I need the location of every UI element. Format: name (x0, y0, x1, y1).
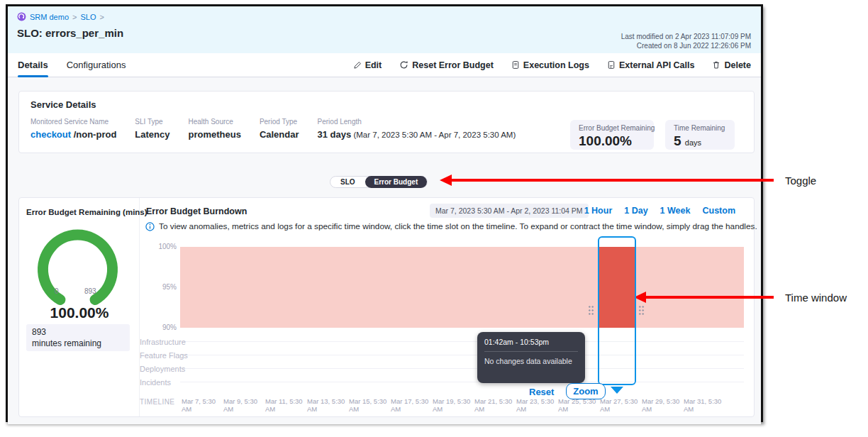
range-1-week[interactable]: 1 Week (660, 206, 691, 216)
service-details-fields: Monitored Service Name checkout /non-pro… (30, 118, 516, 140)
range-1-day[interactable]: 1 Day (624, 206, 647, 216)
slo-error-budget-toggle[interactable]: SLO Error Budget (330, 176, 428, 188)
selection-pointer-icon (611, 387, 623, 394)
external-api-calls-label: External API Calls (619, 60, 695, 70)
timeline-slot[interactable]: Mar 21, 5:30 AM (474, 397, 513, 413)
box-label: Time Remaining (674, 124, 726, 132)
timeline-slot[interactable]: Mar 9, 5:30 AM (223, 397, 262, 413)
toggle-option-error-budget[interactable]: Error Budget (365, 176, 428, 188)
timeline-slot[interactable]: Mar 29, 5:30 AM (642, 397, 680, 413)
burndown-title: Error Budget Burndown (146, 206, 247, 216)
field-health-source: Health Source prometheus (188, 118, 240, 140)
field-value: prometheus (188, 129, 240, 140)
range-1-hour[interactable]: 1 Hour (584, 206, 613, 216)
delete-label: Delete (724, 60, 751, 70)
reset-zoom-link[interactable]: Reset (529, 387, 554, 397)
period-length-detail: (Mar 7, 2023 5:30 AM - Apr 7, 2023 5:30 … (351, 131, 516, 139)
grid-line (180, 355, 744, 355)
content-area: Service Details Monitored Service Name c… (8, 77, 761, 424)
reset-error-budget-button[interactable]: Reset Error Budget (399, 60, 494, 70)
range-links: 1 Hour 1 Day 1 Week Custom (584, 206, 735, 216)
row-incidents: Incidents (140, 378, 171, 387)
tab-toolbar-row: Details Configurations Edit Reset Error … (8, 53, 761, 77)
page-title: SLO: errors_per_min (17, 27, 123, 39)
timeline-slot[interactable]: Mar 25, 5:30 AM (558, 397, 596, 413)
ytick-90: 90% (111, 323, 177, 331)
gauge-percent: 100.00% (26, 304, 133, 321)
trash-icon (712, 60, 720, 70)
time-remaining-box: Time Remaining 5 days (665, 120, 735, 150)
toolbar: Edit Reset Error Budget Execution Logs (353, 60, 751, 70)
field-period-type: Period Type Calendar (260, 118, 299, 140)
field-sli-type: SLI Type Latency (135, 118, 169, 140)
toggle-callout-arrowhead-icon (440, 175, 452, 186)
srm-module-icon (17, 12, 26, 21)
gauge-min: 0 (55, 287, 59, 295)
period-length-value: 31 days (318, 129, 352, 140)
timeline-label: TIMELINE (140, 398, 174, 406)
ytick-95: 95% (111, 283, 177, 291)
breadcrumb-separator: > (72, 13, 77, 21)
toggle-option-slo[interactable]: SLO (330, 176, 365, 188)
ytick-100: 100% (111, 243, 177, 250)
external-api-calls-button[interactable]: External API Calls (607, 60, 695, 70)
tab-details[interactable]: Details (18, 53, 48, 77)
edit-button[interactable]: Edit (353, 60, 382, 70)
range-custom[interactable]: Custom (702, 206, 735, 216)
field-value: Latency (135, 129, 169, 140)
reset-icon (399, 60, 408, 70)
error-budget-area[interactable] (180, 247, 744, 328)
execution-logs-label: Execution Logs (523, 60, 589, 70)
monitored-service-env: /non-prod (71, 129, 116, 140)
time-window-selection[interactable] (598, 236, 636, 385)
field-label: Period Type (260, 118, 299, 126)
toggle-annotation: Toggle (785, 175, 816, 187)
minutes-remaining-label: minutes remaining (32, 338, 124, 349)
info-text: To view anomalies, metrics and logs for … (159, 221, 757, 231)
row-deployments: Deployments (140, 365, 185, 373)
info-banner: To view anomalies, metrics and logs for … (145, 221, 759, 231)
breadcrumb-item-slo[interactable]: SLO (80, 13, 96, 21)
grid-line (599, 368, 635, 369)
box-label: Error Budget Remaining (579, 124, 645, 132)
timeline-slot[interactable]: Mar 11, 5:30 AM (265, 397, 304, 413)
grid-line (599, 355, 635, 355)
tab-configurations[interactable]: Configurations (67, 53, 126, 77)
edit-label: Edit (365, 60, 382, 70)
timeline-slot[interactable]: Mar 31, 5:30 AM (684, 397, 722, 413)
breadcrumb-separator: > (99, 13, 104, 21)
breadcrumb-item-project[interactable]: SRM demo (30, 13, 69, 21)
timeline-slot[interactable]: Mar 15, 5:30 AM (349, 397, 387, 413)
toggle-callout-arrow (451, 179, 774, 182)
timeline-slot[interactable]: Mar 27, 5:30 AM (600, 397, 638, 413)
left-drag-handle-icon[interactable] (588, 305, 594, 316)
timeline-slot[interactable]: Mar 23, 5:30 AM (516, 397, 555, 413)
timeline-slot[interactable]: Mar 17, 5:30 AM (391, 397, 429, 413)
created-on: Created on 8 Jun 2022 12:26:06 PM (621, 41, 751, 50)
field-value: Calendar (260, 129, 299, 140)
right-drag-handle-icon[interactable] (638, 305, 645, 316)
info-icon (145, 222, 155, 231)
zoom-button[interactable]: Zoom (566, 383, 606, 399)
app-window: SRM demo > SLO > SLO: errors_per_min Las… (6, 4, 763, 422)
gauge-title: Error Budget Remaining (mins) (26, 208, 148, 216)
box-value: 100.00% (579, 133, 645, 149)
monitored-service-link[interactable]: checkout (30, 129, 71, 140)
gauge-max: 893 (84, 287, 96, 295)
timeline-slot[interactable]: Mar 13, 5:30 AM (307, 397, 345, 413)
breadcrumb: SRM demo > SLO > (17, 12, 104, 21)
grid-line (180, 382, 744, 382)
timeline-slot[interactable]: Mar 19, 5:30 AM (433, 397, 471, 413)
date-range-chip[interactable]: Mar 7, 2023 5:30 AM - Apr 2, 2023 11:04 … (430, 204, 589, 218)
reset-error-budget-label: Reset Error Budget (412, 60, 494, 70)
delete-button[interactable]: Delete (712, 60, 751, 70)
timeline-slot[interactable]: Mar 7, 5:30 AM (182, 397, 220, 413)
grid-line (599, 341, 635, 342)
last-modified: Last modified on 2 Apr 2023 11:07:09 PM (621, 32, 751, 41)
field-label: SLI Type (135, 118, 169, 126)
field-label: Monitored Service Name (30, 118, 116, 126)
error-budget-card: Error Budget Remaining (mins) 0 893 100.… (18, 197, 755, 417)
field-label: Health Source (188, 118, 240, 126)
api-document-icon (607, 60, 616, 70)
execution-logs-button[interactable]: Execution Logs (511, 60, 589, 70)
